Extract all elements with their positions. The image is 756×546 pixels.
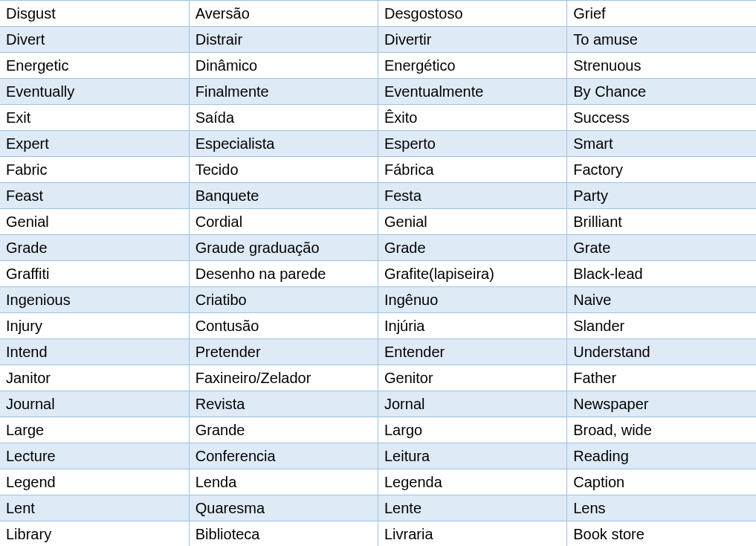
table-cell: Smart [567, 131, 756, 157]
table-cell: Janitor [0, 365, 189, 391]
table-cell: Genitor [378, 365, 567, 391]
table-cell: Dinâmico [189, 53, 378, 79]
table-cell: Disgust [0, 1, 189, 27]
table-cell: Legend [0, 469, 189, 495]
table-cell: Reading [567, 443, 756, 469]
vocabulary-table-container: DisgustAversãoDesgostosoGriefDivertDistr… [0, 0, 756, 546]
table-cell: Ingenious [0, 287, 189, 313]
table-cell: Library [0, 521, 189, 547]
table-cell: Entender [378, 339, 567, 365]
table-cell: Newspaper [567, 391, 756, 417]
table-cell: Understand [567, 339, 756, 365]
table-cell: Livraria [378, 521, 567, 547]
table-cell: Black-lead [567, 261, 756, 287]
table-row: InjuryContusãoInjúriaSlander [0, 313, 756, 339]
table-cell: Fábrica [378, 157, 567, 183]
table-cell: Energético [378, 53, 567, 79]
table-row: DisgustAversãoDesgostosoGrief [0, 1, 756, 27]
table-cell: Caption [567, 469, 756, 495]
table-cell: Grande [189, 417, 378, 443]
table-cell: Eventualmente [378, 79, 567, 105]
table-cell: Feast [0, 183, 189, 209]
table-cell: Party [567, 183, 756, 209]
table-row: GradeGraude graduaçãoGradeGrate [0, 235, 756, 261]
table-cell: Exit [0, 105, 189, 131]
table-cell: Criatibo [189, 287, 378, 313]
table-row: JournalRevistaJornalNewspaper [0, 391, 756, 417]
table-cell: Distrair [189, 27, 378, 53]
table-cell: Divertir [378, 27, 567, 53]
table-cell: Graude graduação [189, 235, 378, 261]
table-cell: Factory [567, 157, 756, 183]
table-cell: Divert [0, 27, 189, 53]
table-row: GenialCordialGenialBrilliant [0, 209, 756, 235]
table-cell: By Chance [567, 79, 756, 105]
table-cell: Lens [567, 495, 756, 521]
table-cell: Eventually [0, 79, 189, 105]
table-cell: Biblioteca [189, 521, 378, 547]
table-cell: Festa [378, 183, 567, 209]
table-cell: Strenuous [567, 53, 756, 79]
table-row: LargeGrandeLargoBroad, wide [0, 417, 756, 443]
table-row: IntendPretenderEntenderUnderstand [0, 339, 756, 365]
table-row: LibraryBibliotecaLivrariaBook store [0, 521, 756, 547]
table-cell: Banquete [189, 183, 378, 209]
table-cell: Book store [567, 521, 756, 547]
table-cell: Graffiti [0, 261, 189, 287]
table-row: LentQuaresmaLenteLens [0, 495, 756, 521]
table-body: DisgustAversãoDesgostosoGriefDivertDistr… [0, 1, 756, 547]
table-cell: Slander [567, 313, 756, 339]
table-cell: Quaresma [189, 495, 378, 521]
table-row: FeastBanqueteFestaParty [0, 183, 756, 209]
table-cell: Conferencia [189, 443, 378, 469]
table-cell: Desenho na parede [189, 261, 378, 287]
table-cell: Especialista [189, 131, 378, 157]
table-row: DivertDistrairDivertirTo amuse [0, 27, 756, 53]
table-cell: Father [567, 365, 756, 391]
table-row: JanitorFaxineiro/ZeladorGenitorFather [0, 365, 756, 391]
table-row: ExpertEspecialistaEspertoSmart [0, 131, 756, 157]
table-cell: Grate [567, 235, 756, 261]
table-cell: Injury [0, 313, 189, 339]
table-cell: Success [567, 105, 756, 131]
table-cell: Tecido [189, 157, 378, 183]
table-row: IngeniousCriatiboIngênuoNaive [0, 287, 756, 313]
table-cell: Lent [0, 495, 189, 521]
table-cell: Energetic [0, 53, 189, 79]
table-cell: Grade [378, 235, 567, 261]
table-cell: To amuse [567, 27, 756, 53]
table-cell: Fabric [0, 157, 189, 183]
vocabulary-table: DisgustAversãoDesgostosoGriefDivertDistr… [0, 0, 756, 546]
table-row: ExitSaídaÊxitoSuccess [0, 105, 756, 131]
table-cell: Genial [0, 209, 189, 235]
table-cell: Ingênuo [378, 287, 567, 313]
table-cell: Intend [0, 339, 189, 365]
table-cell: Injúria [378, 313, 567, 339]
table-cell: Faxineiro/Zelador [189, 365, 378, 391]
table-cell: Brilliant [567, 209, 756, 235]
table-cell: Lecture [0, 443, 189, 469]
table-cell: Contusão [189, 313, 378, 339]
table-cell: Pretender [189, 339, 378, 365]
table-cell: Naive [567, 287, 756, 313]
table-cell: Grade [0, 235, 189, 261]
table-row: GraffitiDesenho na paredeGrafite(lapisei… [0, 261, 756, 287]
table-row: EventuallyFinalmenteEventualmenteBy Chan… [0, 79, 756, 105]
table-cell: Genial [378, 209, 567, 235]
table-cell: Revista [189, 391, 378, 417]
table-cell: Large [0, 417, 189, 443]
table-row: LectureConferenciaLeituraReading [0, 443, 756, 469]
table-cell: Finalmente [189, 79, 378, 105]
table-cell: Legenda [378, 469, 567, 495]
table-cell: Expert [0, 131, 189, 157]
table-cell: Saída [189, 105, 378, 131]
table-row: FabricTecidoFábricaFactory [0, 157, 756, 183]
table-cell: Cordial [189, 209, 378, 235]
table-cell: Grief [567, 1, 756, 27]
table-cell: Jornal [378, 391, 567, 417]
table-cell: Largo [378, 417, 567, 443]
table-cell: Lenda [189, 469, 378, 495]
table-cell: Desgostoso [378, 1, 567, 27]
table-cell: Lente [378, 495, 567, 521]
table-cell: Esperto [378, 131, 567, 157]
